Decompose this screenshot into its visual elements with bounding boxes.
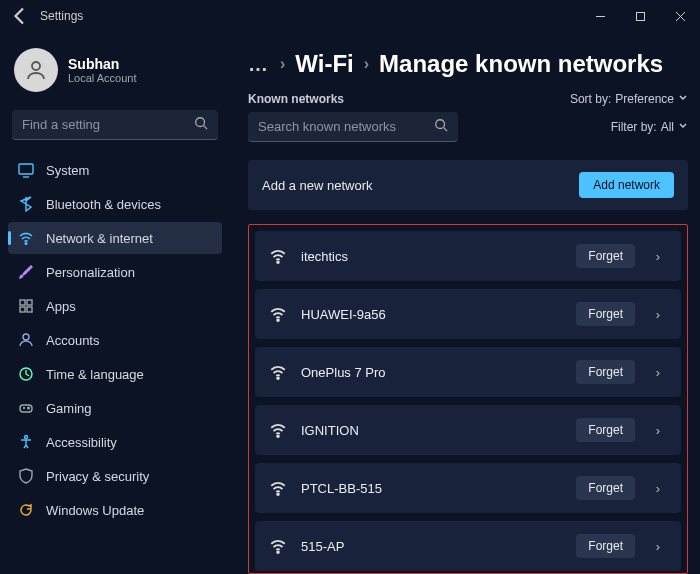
- sidebar-item-personalization[interactable]: Personalization: [8, 256, 222, 288]
- svg-point-20: [277, 551, 279, 553]
- close-button[interactable]: [660, 0, 700, 32]
- wifi-icon: [269, 247, 287, 265]
- network-row[interactable]: IGNITION Forget ›: [255, 405, 681, 455]
- sidebar-item-system[interactable]: System: [8, 154, 222, 186]
- sidebar-item-label: Accessibility: [46, 435, 117, 450]
- forget-button[interactable]: Forget: [576, 476, 635, 500]
- back-button[interactable]: [8, 4, 32, 28]
- accessibility-icon: [18, 434, 34, 450]
- svg-point-2: [196, 118, 205, 127]
- svg-point-14: [436, 120, 445, 129]
- breadcrumb-wifi[interactable]: Wi-Fi: [295, 50, 353, 78]
- breadcrumb-page: Manage known networks: [379, 50, 663, 78]
- sidebar-item-privacy[interactable]: Privacy & security: [8, 460, 222, 492]
- svg-rect-6: [27, 300, 32, 305]
- svg-point-15: [277, 261, 279, 263]
- network-list: itechtics Forget › HUAWEI-9a56 Forget › …: [248, 224, 688, 574]
- svg-point-17: [277, 377, 279, 379]
- network-name: HUAWEI-9a56: [301, 307, 562, 322]
- wifi-icon: [269, 305, 287, 323]
- network-search[interactable]: [248, 112, 458, 142]
- chevron-right-icon[interactable]: ›: [649, 539, 667, 554]
- profile-block[interactable]: Subhan Local Account: [8, 42, 222, 104]
- sort-value: Preference: [615, 92, 674, 106]
- sort-dropdown[interactable]: Sort by: Preference: [570, 92, 688, 106]
- minimize-button[interactable]: [580, 0, 620, 32]
- clock-icon: [18, 366, 34, 382]
- accounts-icon: [18, 332, 34, 348]
- breadcrumb: … › Wi-Fi › Manage known networks: [248, 42, 688, 92]
- sidebar-item-time[interactable]: Time & language: [8, 358, 222, 390]
- sidebar-item-network[interactable]: Network & internet: [8, 222, 222, 254]
- svg-rect-3: [19, 164, 33, 174]
- wifi-icon: [18, 230, 34, 246]
- add-network-button[interactable]: Add network: [579, 172, 674, 198]
- sidebar-item-update[interactable]: Windows Update: [8, 494, 222, 526]
- chevron-right-icon[interactable]: ›: [649, 423, 667, 438]
- network-row[interactable]: OnePlus 7 Pro Forget ›: [255, 347, 681, 397]
- network-search-input[interactable]: [258, 119, 434, 134]
- sidebar-item-label: Time & language: [46, 367, 144, 382]
- sidebar-item-label: Privacy & security: [46, 469, 149, 484]
- sidebar-item-accessibility[interactable]: Accessibility: [8, 426, 222, 458]
- sidebar: Subhan Local Account System Bluetooth & …: [0, 32, 230, 574]
- profile-sub: Local Account: [68, 72, 137, 84]
- search-icon: [194, 116, 208, 133]
- svg-point-1: [32, 62, 40, 70]
- sidebar-item-label: Bluetooth & devices: [46, 197, 161, 212]
- maximize-button[interactable]: [620, 0, 660, 32]
- sidebar-search[interactable]: [12, 110, 218, 140]
- sidebar-item-label: Apps: [46, 299, 76, 314]
- chevron-right-icon[interactable]: ›: [649, 249, 667, 264]
- system-icon: [18, 162, 34, 178]
- sort-label: Sort by:: [570, 92, 611, 106]
- profile-name: Subhan: [68, 56, 137, 72]
- filter-dropdown[interactable]: Filter by: All: [611, 120, 688, 134]
- forget-button[interactable]: Forget: [576, 244, 635, 268]
- svg-rect-0: [636, 12, 644, 20]
- sidebar-item-label: Network & internet: [46, 231, 153, 246]
- wifi-icon: [269, 421, 287, 439]
- main-content: … › Wi-Fi › Manage known networks Known …: [230, 32, 700, 574]
- chevron-right-icon[interactable]: ›: [649, 307, 667, 322]
- chevron-down-icon: [678, 120, 688, 134]
- network-row[interactable]: HUAWEI-9a56 Forget ›: [255, 289, 681, 339]
- network-row[interactable]: itechtics Forget ›: [255, 231, 681, 281]
- svg-point-4: [25, 243, 27, 245]
- filter-label: Filter by:: [611, 120, 657, 134]
- search-icon: [434, 118, 448, 135]
- sidebar-item-gaming[interactable]: Gaming: [8, 392, 222, 424]
- svg-point-19: [277, 493, 279, 495]
- forget-button[interactable]: Forget: [576, 302, 635, 326]
- sidebar-item-label: System: [46, 163, 89, 178]
- chevron-right-icon[interactable]: ›: [649, 365, 667, 380]
- sidebar-nav: System Bluetooth & devices Network & int…: [8, 154, 222, 526]
- svg-point-18: [277, 435, 279, 437]
- gaming-icon: [18, 400, 34, 416]
- sidebar-item-apps[interactable]: Apps: [8, 290, 222, 322]
- brush-icon: [18, 264, 34, 280]
- forget-button[interactable]: Forget: [576, 360, 635, 384]
- chevron-right-icon[interactable]: ›: [649, 481, 667, 496]
- wifi-icon: [269, 479, 287, 497]
- network-row[interactable]: 515-AP Forget ›: [255, 521, 681, 571]
- window-title: Settings: [40, 9, 83, 23]
- network-row[interactable]: PTCL-BB-515 Forget ›: [255, 463, 681, 513]
- network-name: 515-AP: [301, 539, 562, 554]
- sidebar-item-label: Accounts: [46, 333, 99, 348]
- chevron-right-icon: ›: [280, 55, 285, 73]
- network-name: OnePlus 7 Pro: [301, 365, 562, 380]
- breadcrumb-more[interactable]: …: [248, 53, 270, 76]
- known-networks-label: Known networks: [248, 92, 344, 106]
- sidebar-search-input[interactable]: [22, 117, 194, 132]
- sidebar-item-label: Windows Update: [46, 503, 144, 518]
- forget-button[interactable]: Forget: [576, 534, 635, 558]
- title-bar: Settings: [0, 0, 700, 32]
- forget-button[interactable]: Forget: [576, 418, 635, 442]
- svg-rect-8: [27, 307, 32, 312]
- wifi-icon: [269, 537, 287, 555]
- shield-icon: [18, 468, 34, 484]
- sidebar-item-accounts[interactable]: Accounts: [8, 324, 222, 356]
- svg-rect-5: [20, 300, 25, 305]
- sidebar-item-bluetooth[interactable]: Bluetooth & devices: [8, 188, 222, 220]
